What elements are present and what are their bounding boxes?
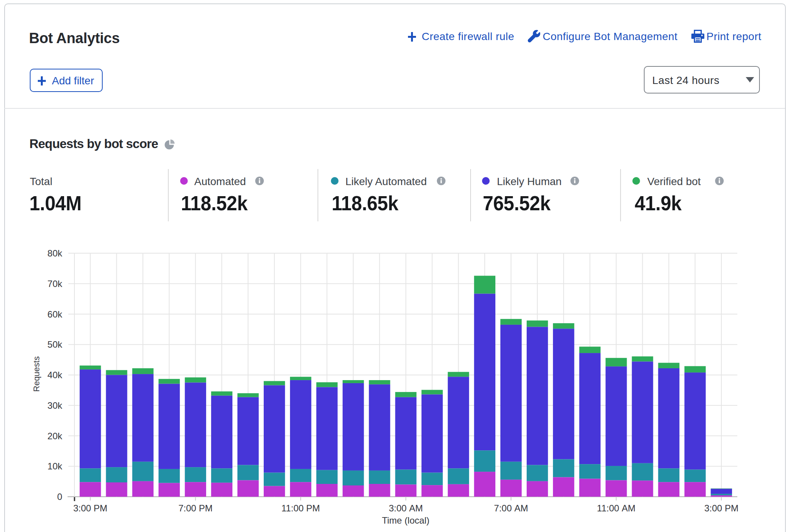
svg-text:10k: 10k (47, 461, 63, 471)
svg-text:Time (local): Time (local) (382, 515, 429, 526)
svg-text:11:00 AM: 11:00 AM (597, 503, 635, 513)
svg-text:50k: 50k (47, 339, 63, 350)
svg-text:80k: 80k (47, 248, 63, 258)
svg-text:7:00 AM: 7:00 AM (494, 503, 528, 513)
svg-text:0: 0 (57, 492, 62, 502)
svg-text:20k: 20k (47, 431, 63, 441)
svg-text:11:00 PM: 11:00 PM (281, 503, 320, 513)
svg-text:30k: 30k (47, 400, 63, 411)
svg-text:60k: 60k (47, 309, 63, 319)
svg-text:Requests: Requests (32, 356, 41, 392)
svg-text:40k: 40k (47, 370, 63, 380)
svg-text:3:00 AM: 3:00 AM (389, 503, 423, 513)
svg-text:3:00 PM: 3:00 PM (73, 503, 107, 513)
svg-text:7:00 PM: 7:00 PM (179, 503, 213, 513)
svg-text:3:00 PM: 3:00 PM (705, 503, 738, 513)
svg-text:70k: 70k (47, 279, 63, 289)
